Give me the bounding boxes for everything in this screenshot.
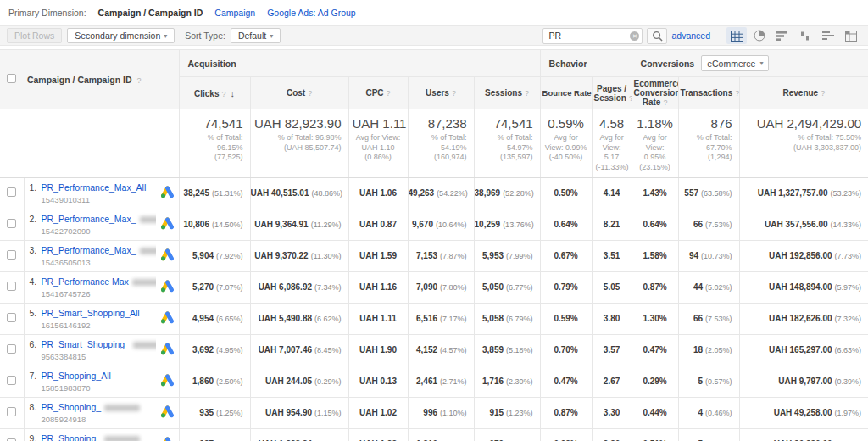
help-icon[interactable]: ? — [525, 89, 529, 98]
row-checkbox[interactable] — [7, 376, 16, 385]
cell-transactions: 66(7.53%) — [678, 303, 739, 334]
cell-clicks: 5,270(7.07%) — [179, 271, 250, 303]
cell-cpc: UAH 1.59 — [348, 240, 408, 271]
column-header-cost[interactable]: Cost? — [250, 77, 348, 109]
campaign-link[interactable]: PR_Performance_Max_All — [42, 182, 147, 193]
pivot-view-icon[interactable] — [841, 27, 861, 44]
advanced-search-link[interactable]: advanced — [671, 31, 710, 41]
help-icon[interactable]: ? — [821, 89, 825, 98]
plot-rows-button[interactable]: Plot Rows — [7, 28, 62, 43]
cell-cpc: UAH 1.02 — [348, 397, 408, 428]
row-checkbox[interactable] — [7, 219, 16, 228]
cell-transactions: 557(63.58%) — [678, 177, 739, 209]
help-icon[interactable]: ? — [222, 90, 226, 98]
row-checkbox[interactable] — [7, 313, 16, 322]
campaign-link[interactable]: PR_Smart_Shopping_All — [42, 308, 140, 318]
table-view-icon[interactable] — [726, 27, 747, 44]
campaign-link[interactable]: PR_Performance Max — [42, 276, 129, 287]
column-header-clicks[interactable]: Clicks?↓ — [179, 77, 250, 109]
primary-dimension-option-campaign[interactable]: Campaign — [214, 8, 255, 18]
totals-row: 74,541% of Total: 96.15%(77,525)UAH 82,9… — [0, 109, 868, 178]
term-cloud-view-icon[interactable] — [818, 27, 838, 44]
campaign-id: 15436505013 — [30, 258, 155, 267]
column-header-pages-session[interactable]: Pages / Session? — [592, 77, 632, 109]
column-header-revenue[interactable]: Revenue? — [739, 77, 868, 109]
column-header-users[interactable]: Users? — [408, 77, 474, 109]
cell-bounce-rate: 0.64% — [540, 209, 592, 240]
row-checkbox[interactable] — [7, 282, 16, 291]
secondary-dimension-label: Secondary dimension — [75, 31, 160, 41]
redacted-text — [104, 436, 140, 441]
search-input[interactable] — [542, 28, 643, 44]
primary-dimension-option-ad-group[interactable]: Google Ads: Ad Group — [267, 8, 356, 18]
row-select-cell — [0, 303, 24, 334]
row-checkbox[interactable] — [7, 344, 16, 354]
chevron-down-icon: ▾ — [164, 32, 167, 40]
help-icon[interactable]: ? — [308, 89, 312, 98]
total-bounce-rate: 0.59%Avg for View: 0.99%(-40.50%) — [540, 109, 592, 178]
primary-dimension-selected[interactable]: Campaign / Campaign ID — [98, 8, 203, 18]
redacted-text — [104, 405, 140, 411]
campaign-link[interactable]: PR_Shopping_All — [42, 371, 111, 381]
cell-cost: UAH 244.05(0.29%) — [250, 366, 348, 397]
help-icon[interactable]: ? — [663, 98, 667, 107]
help-icon[interactable]: ? — [452, 89, 456, 98]
help-icon[interactable]: ? — [387, 89, 391, 98]
campaign-link[interactable]: PR_Performance_Max_ — [42, 214, 136, 224]
search-area: ✕ advanced — [542, 27, 861, 44]
cell-cpc: UAH 0.13 — [348, 366, 408, 397]
cell-ecommerce-conversion-rate: 1.30% — [632, 303, 678, 334]
select-all-checkbox[interactable] — [7, 74, 16, 83]
cell-cost: UAH 7,007.46(8.45%) — [250, 334, 348, 366]
search-button[interactable] — [647, 28, 667, 44]
cell-pages-session: 4.14 — [592, 177, 632, 209]
cell-sessions: 5,953(7.99%) — [474, 240, 540, 271]
column-header-bounce-rate[interactable]: Bounce Rate? — [540, 77, 592, 109]
campaign-link[interactable]: PR_Smart_Shopping_ — [42, 339, 130, 349]
column-header-ecommerce-conversion-rate[interactable]: Ecommerce Conversion Rate? — [632, 77, 678, 109]
cell-bounce-rate: 0.59% — [540, 303, 592, 334]
cell-cost: UAH 954.90(1.15%) — [250, 397, 348, 428]
help-icon[interactable]: ? — [137, 76, 142, 85]
row-checkbox[interactable] — [7, 187, 16, 197]
toolbar: Plot Rows Secondary dimension ▾ Sort Typ… — [0, 25, 868, 46]
campaign-cell: 3.PR_Performance_Max_15436505013 — [24, 240, 156, 271]
search-icon — [652, 31, 663, 42]
campaign-link[interactable]: PR_Shopping_ — [42, 433, 102, 441]
google-ads-icon — [160, 248, 175, 261]
group-header-conversions: Conversions eCommerce ▾ — [632, 50, 868, 77]
cell-pages-session: 3.51 — [592, 240, 632, 271]
column-header-sessions[interactable]: Sessions? — [474, 77, 540, 109]
cell-clicks: 38,245(51.31%) — [179, 177, 250, 209]
search-box: ✕ — [542, 28, 643, 44]
campaign-id: 15422702090 — [30, 226, 155, 236]
cell-cpc: UAH 1.06 — [348, 177, 408, 209]
campaign-link[interactable]: PR_Shopping_ — [42, 402, 102, 412]
cell-bounce-rate: 0.67% — [540, 240, 592, 271]
row-checkbox[interactable] — [7, 407, 16, 416]
cell-sessions: 38,969(52.28%) — [474, 177, 540, 209]
ecommerce-selector[interactable]: eCommerce ▾ — [701, 55, 769, 71]
row-select-cell — [0, 271, 24, 303]
cell-users: 9,670(10.64%) — [408, 209, 474, 240]
dimension-column-header[interactable]: Campaign / Campaign ID ? — [0, 50, 179, 109]
cell-users: 6,516(7.17%) — [408, 303, 474, 334]
cell-bounce-rate: 0.79% — [540, 271, 592, 303]
cell-pages-session: 5.05 — [592, 271, 632, 303]
campaign-link[interactable]: PR_Performance_Max_ — [42, 245, 136, 255]
total-revenue: UAH 2,494,429.00% of Total: 75.50%(UAH 3… — [739, 109, 868, 178]
clear-search-icon[interactable]: ✕ — [630, 31, 639, 41]
comparison-view-icon[interactable] — [795, 27, 815, 44]
performance-view-icon[interactable] — [772, 27, 793, 44]
total-ecommerce-conversion-rate: 1.18%Avg for View: 0.95%(23.15%) — [632, 109, 678, 178]
column-header-cpc[interactable]: CPC? — [348, 77, 408, 109]
campaign-cell: 8.PR_Shopping_2085924918 — [24, 397, 156, 428]
cell-users: 7,153(7.87%) — [408, 240, 474, 271]
help-icon[interactable]: ? — [735, 89, 739, 98]
column-header-transactions[interactable]: Transactions? — [678, 77, 739, 109]
sort-type-dropdown[interactable]: Default ▾ — [231, 28, 281, 43]
secondary-dimension-dropdown[interactable]: Secondary dimension ▾ — [67, 28, 175, 43]
campaign-id: 2085924918 — [30, 415, 155, 424]
row-checkbox[interactable] — [7, 250, 16, 260]
percentage-view-icon[interactable] — [749, 27, 770, 44]
